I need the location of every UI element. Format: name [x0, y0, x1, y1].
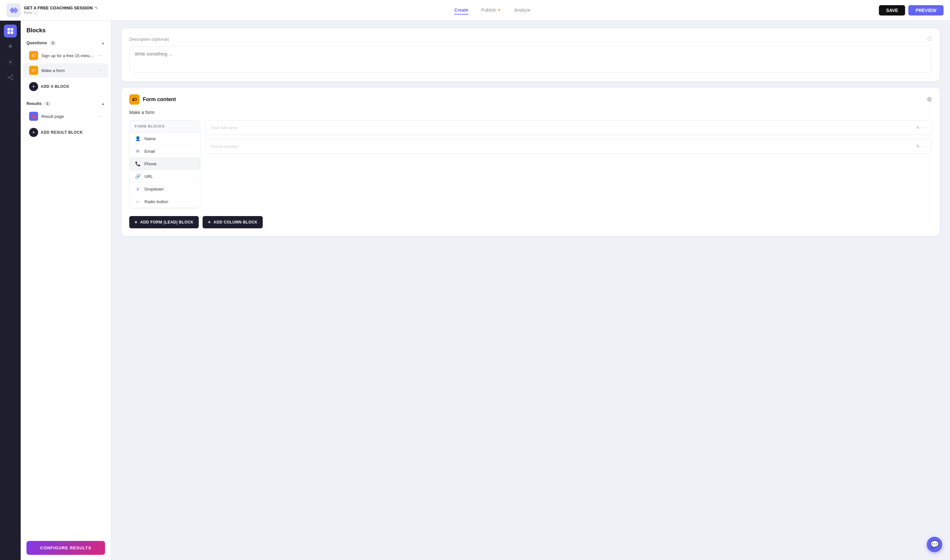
- save-button[interactable]: SAVE: [879, 5, 905, 15]
- sidebar-icon-design[interactable]: [4, 40, 17, 53]
- form-block-email[interactable]: ✉ Email: [130, 145, 200, 158]
- panel-title: Blocks: [21, 21, 111, 37]
- add-block-button[interactable]: + ADD A BLOCK: [23, 80, 108, 94]
- questions-section-header[interactable]: Questions 2 ▲: [21, 37, 111, 48]
- add-block-icon: +: [29, 82, 38, 91]
- chat-bubble[interactable]: 💬: [927, 537, 942, 552]
- edit-preview-name-icon[interactable]: ✎: [916, 125, 920, 130]
- block-menu-q2[interactable]: ···: [98, 68, 102, 73]
- add-column-block-button[interactable]: + ADD COLUMN BLOCK: [203, 216, 263, 228]
- make-form-label: Make a form: [122, 110, 940, 115]
- form-block-radio[interactable]: ○ Radio button: [130, 195, 200, 208]
- block-menu-q1[interactable]: ···: [98, 52, 102, 58]
- preview-input-name: Your full name ✎ ···: [205, 120, 932, 135]
- configure-results-button[interactable]: CONFIGURE RESULTS: [26, 541, 105, 555]
- questions-chevron: ▲: [101, 41, 105, 45]
- svg-rect-2: [11, 28, 13, 31]
- blocks-panel: Blocks Questions 2 ▲ 🏷 Sign up for a fre…: [21, 21, 111, 560]
- sidebar-icon-settings[interactable]: [4, 55, 17, 68]
- preview-button[interactable]: PREVIEW: [908, 5, 944, 15]
- logo-area: GET A FREE COACHING SESSION ✎ Form i: [6, 3, 98, 17]
- results-badge: 1: [44, 102, 51, 106]
- project-subtitle: Form: [24, 11, 32, 15]
- form-blocks-list: FORM BLOCKS 👤 Name ✉ Email 📞 Phone: [129, 120, 200, 208]
- form-gear-icon[interactable]: ⚙: [927, 96, 932, 103]
- add-form-label: ADD FORM (LEAD) BLOCK: [140, 220, 194, 225]
- block-item-q2[interactable]: 🏷 Make a form ···: [23, 63, 108, 77]
- add-result-icon: +: [29, 128, 38, 137]
- project-title: GET A FREE COACHING SESSION: [24, 6, 93, 10]
- add-result-label: ADD RESULT BLOCK: [41, 130, 83, 135]
- form-preview-area: Your full name ✎ ··· Phone number ✎ ···: [205, 120, 932, 208]
- topnav-actions: SAVE PREVIEW: [879, 5, 944, 15]
- preview-input-phone: Phone number ✎ ···: [205, 139, 932, 154]
- questions-badge: 2: [50, 41, 56, 45]
- radio-icon: ○: [135, 199, 140, 204]
- form-block-phone[interactable]: 📞 Phone Form Your full name Phone number: [130, 158, 200, 170]
- name-icon: 👤: [135, 136, 140, 141]
- svg-rect-1: [8, 28, 10, 31]
- form-bottom-bar: + ADD FORM (LEAD) BLOCK + ADD COLUMN BLO…: [122, 211, 940, 236]
- form-block-dropdown[interactable]: ∨ Dropdown: [130, 183, 200, 195]
- block-label-q1: Sign up for a free 15-minute c...: [42, 53, 95, 58]
- dropdown-icon: ∨: [135, 186, 140, 192]
- block-item-r1[interactable]: 🔖 Result page ···: [23, 109, 108, 123]
- preview-name-actions[interactable]: ✎ ···: [916, 125, 927, 130]
- results-chevron: ▲: [101, 102, 105, 106]
- edit-preview-phone-icon[interactable]: ✎: [916, 144, 920, 149]
- email-label: Email: [145, 149, 155, 154]
- results-label: Results: [26, 101, 42, 106]
- block-menu-r1[interactable]: ···: [98, 113, 102, 119]
- url-icon: 🔗: [135, 174, 140, 179]
- block-item-q1[interactable]: 🏷 Sign up for a free 15-minute c... ···: [23, 48, 108, 63]
- main-layout: Blocks Questions 2 ▲ 🏷 Sign up for a fre…: [0, 21, 950, 560]
- svg-line-9: [9, 76, 12, 77]
- description-card: Description (optional) ⓘ: [122, 28, 940, 82]
- form-badge-icon: 🏷: [129, 94, 140, 105]
- add-result-block-button[interactable]: + ADD RESULT BLOCK: [23, 125, 108, 140]
- icon-sidebar: [0, 21, 21, 560]
- add-block-label: ADD A BLOCK: [41, 84, 69, 89]
- more-preview-name-icon[interactable]: ···: [922, 125, 927, 130]
- svg-point-8: [8, 77, 9, 78]
- results-section-header[interactable]: Results 1 ▲: [21, 98, 111, 109]
- divider-1: [21, 96, 111, 97]
- preview-name-placeholder: Your full name: [211, 125, 238, 130]
- sidebar-icon-blocks[interactable]: [4, 25, 17, 37]
- info-icon[interactable]: i: [34, 10, 38, 15]
- description-textarea[interactable]: [129, 46, 932, 72]
- svg-line-10: [9, 77, 12, 79]
- svg-point-6: [12, 75, 13, 76]
- add-form-plus-icon: +: [134, 219, 138, 225]
- tab-publish[interactable]: Publish ✦: [481, 6, 501, 15]
- url-label: URL: [145, 174, 153, 179]
- form-block-name[interactable]: 👤 Name: [130, 132, 200, 145]
- svg-rect-4: [11, 31, 13, 34]
- sidebar-icon-share[interactable]: [4, 71, 17, 84]
- preview-phone-actions[interactable]: ✎ ···: [916, 144, 927, 149]
- tab-analyze[interactable]: Analyze: [514, 6, 530, 15]
- add-col-plus-icon: +: [208, 219, 211, 225]
- chat-icon: 💬: [930, 540, 939, 549]
- tab-create[interactable]: Create: [454, 6, 469, 15]
- name-label: Name: [145, 136, 156, 141]
- form-content-card: 🏷 Form content ⚙ Make a form FORM BLOCKS…: [122, 88, 940, 236]
- edit-title-icon[interactable]: ✎: [95, 6, 98, 10]
- form-blocks-area: FORM BLOCKS 👤 Name ✉ Email 📞 Phone: [122, 120, 940, 208]
- phone-label: Phone: [145, 162, 157, 166]
- form-card-title-text: Form content: [143, 97, 176, 102]
- logo-icon: [6, 3, 21, 17]
- more-preview-phone-icon[interactable]: ···: [922, 144, 927, 149]
- description-label: Description (optional): [129, 37, 169, 42]
- description-info-icon[interactable]: ⓘ: [927, 36, 932, 42]
- add-col-label: ADD COLUMN BLOCK: [214, 220, 258, 225]
- form-card-header: 🏷 Form content ⚙: [122, 88, 940, 110]
- block-label-q2: Make a form: [42, 68, 95, 73]
- add-form-block-button[interactable]: + ADD FORM (LEAD) BLOCK: [129, 216, 199, 228]
- phone-icon: 📞: [135, 161, 140, 166]
- svg-point-7: [12, 79, 13, 80]
- form-blocks-header: FORM BLOCKS: [130, 120, 200, 132]
- form-block-url[interactable]: 🔗 URL: [130, 170, 200, 183]
- dropdown-label: Dropdown: [145, 187, 163, 192]
- topnav-title: GET A FREE COACHING SESSION ✎ Form i: [24, 6, 98, 15]
